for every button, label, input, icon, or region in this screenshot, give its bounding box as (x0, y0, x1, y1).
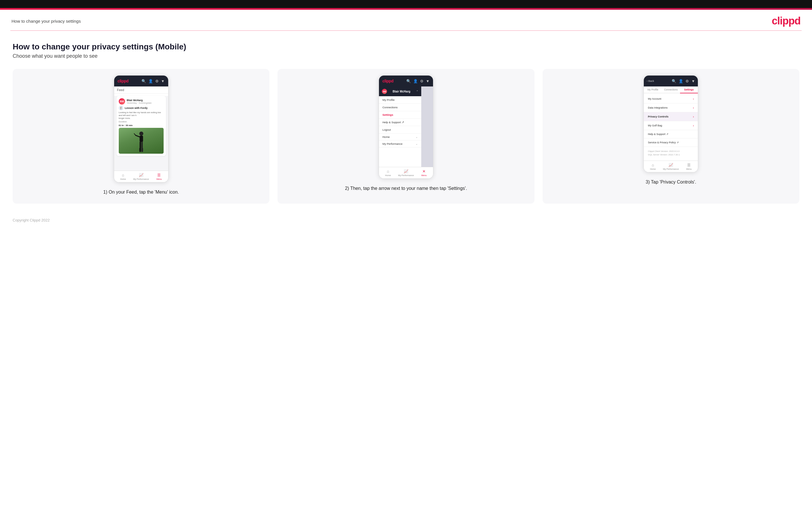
user-icon-3: 👤 (678, 79, 683, 83)
settings-item-integrations[interactable]: Data Integrations › (644, 103, 698, 112)
phone-mockup-1: clippd 🔍 👤 ⚙ ▼ Feed BM (114, 75, 168, 182)
settings-item-account[interactable]: My Account › (644, 95, 698, 103)
menu-user-avatar: BM (382, 89, 387, 94)
settings-version: Clippd Client Version: 2022.8.3-3 GQL Se… (644, 147, 698, 159)
home-icon-2: ⌂ (387, 169, 389, 173)
author-sub: Yesterday · Sunningdale (127, 102, 152, 104)
svg-point-0 (139, 131, 143, 135)
home-icon-3: ⌂ (652, 163, 654, 167)
user-icon-2: 👤 (413, 79, 418, 83)
phone-logo-2: clippd (383, 79, 393, 83)
phone-logo-1: clippd (117, 79, 129, 83)
lesson-desc: Looking to feel like my hands are exitin… (119, 111, 164, 119)
settings-icon-1: ⚙ (155, 79, 159, 83)
home-icon-1: ⌂ (122, 173, 124, 177)
phone-nav-2: clippd 🔍 👤 ⚙ ▼ (379, 75, 433, 87)
header-divider (10, 31, 802, 31)
caret-icon-1: ▼ (161, 79, 165, 83)
menu-user-name: Blair McHarg (393, 90, 410, 93)
page-subheading: Choose what you want people to see (13, 53, 799, 59)
settings-item-privacy-policy[interactable]: Service & Privacy Policy ↗ (644, 138, 698, 147)
main-content: How to change your privacy settings (Mob… (0, 31, 812, 212)
menu-section-performance: My Performance ⌄ (379, 140, 421, 147)
tab-performance-2[interactable]: 📈 My Performance (397, 167, 415, 178)
settings-item-privacy[interactable]: Privacy Controls › (644, 112, 698, 121)
footer: Copyright Clippd 2022 (0, 212, 812, 228)
step-card-1: clippd 🔍 👤 ⚙ ▼ Feed BM (13, 69, 269, 204)
chart-icon-2: 📈 (404, 169, 408, 173)
menu-item-connections[interactable]: Connections (379, 104, 421, 111)
phone-nav-icons-1: 🔍 👤 ⚙ ▼ (142, 79, 165, 83)
menu-item-profile[interactable]: My Profile (379, 96, 421, 104)
phone-menu-overlay: BM Blair McHarg ⌃ My Profile Connections… (379, 87, 433, 167)
svg-line-3 (134, 133, 136, 135)
author-name: Blair McHarg (127, 99, 152, 102)
menu-item-settings[interactable]: Settings (379, 111, 421, 119)
menu-user-row[interactable]: BM Blair McHarg ⌃ (379, 87, 421, 96)
phone-mockup-3: ‹ Back 🔍 👤 ⚙ ▼ My Profile Connections Se… (644, 75, 698, 172)
settings-icon-2: ⚙ (420, 79, 423, 83)
copyright: Copyright Clippd 2022 (13, 218, 50, 222)
top-bar (0, 0, 812, 8)
lesson-title: Lesson with Fordy (125, 107, 148, 109)
step-caption-3: 3) Tap 'Privacy Controls'. (646, 179, 696, 185)
menu-section-home: Home ⌄ (379, 133, 421, 140)
close-icon-2: ✕ (422, 169, 425, 173)
step-card-2: clippd 🔍 👤 ⚙ ▼ (277, 69, 534, 204)
menu-item-logout[interactable]: Logout (379, 126, 421, 133)
settings-item-help[interactable]: Help & Support ↗ (644, 130, 698, 138)
tab-connections[interactable]: Connections (662, 87, 680, 93)
phone-menu-panel: BM Blair McHarg ⌃ My Profile Connections… (379, 87, 421, 167)
phone-bottom-bar-1: ⌂ Home 📈 My Performance ☰ Menu (114, 171, 168, 182)
step-card-3: ‹ Back 🔍 👤 ⚙ ▼ My Profile Connections Se… (543, 69, 799, 204)
settings-icon-3: ⚙ (686, 79, 689, 83)
user-icon-1: 👤 (148, 79, 153, 83)
tab-settings-active[interactable]: Settings (680, 87, 698, 93)
menu-icon-3: ☰ (687, 163, 691, 167)
step-caption-2: 2) Then, tap the arrow next to your name… (345, 185, 467, 192)
tab-my-profile[interactable]: My Profile (644, 87, 662, 93)
svg-rect-7 (141, 148, 143, 152)
search-icon-1: 🔍 (142, 79, 146, 83)
chevron-privacy: › (693, 115, 694, 118)
phone-bottom-bar-2: ⌂ Home 📈 My Performance ✕ Menu (379, 167, 433, 178)
tab-home-2[interactable]: ⌂ Home (379, 167, 397, 178)
chevron-integrations: › (693, 106, 694, 109)
menu-item-help[interactable]: Help & Support ↗ (379, 119, 421, 126)
steps-row: clippd 🔍 👤 ⚙ ▼ Feed BM (13, 69, 799, 204)
phone-bottom-bar-3: ⌂ Home 📈 My Performance ☰ Menu (644, 161, 698, 172)
chevron-account: › (693, 97, 694, 101)
menu-chevron-up: ⌃ (416, 90, 418, 93)
chevron-golf-bag: › (693, 124, 694, 127)
post-card: BM Blair McHarg Yesterday · Sunningdale … (116, 96, 166, 156)
svg-rect-5 (141, 142, 143, 149)
svg-rect-1 (140, 135, 143, 142)
caret-icon-2: ▼ (426, 79, 429, 83)
phone-mockup-2: clippd 🔍 👤 ⚙ ▼ (379, 75, 433, 179)
page-heading: How to change your privacy settings (Mob… (13, 42, 799, 51)
tab-home-3[interactable]: ⌂ Home (644, 161, 662, 172)
svg-rect-6 (139, 148, 141, 152)
tab-menu-3[interactable]: ☰ Menu (680, 161, 698, 172)
phone-body-1: BM Blair McHarg Yesterday · Sunningdale … (114, 96, 168, 171)
chart-icon-3: 📈 (668, 163, 673, 167)
search-icon-3: 🔍 (672, 79, 676, 83)
avatar-1: BM (119, 98, 125, 105)
settings-header: ‹ Back 🔍 👤 ⚙ ▼ (644, 75, 698, 87)
menu-icon-1: ☰ (157, 173, 161, 177)
tab-menu-1[interactable]: ☰ Menu (150, 171, 168, 182)
back-button[interactable]: ‹ Back (647, 79, 654, 82)
phone-body-2: BM Blair McHarg ⌃ My Profile Connections… (379, 87, 433, 178)
settings-nav-icons: 🔍 👤 ⚙ ▼ (672, 79, 695, 83)
chart-icon-1: 📈 (139, 173, 144, 177)
tab-home-1[interactable]: ⌂ Home (114, 171, 132, 182)
feed-bar: Feed (114, 87, 168, 94)
chevron-down-home: ⌄ (415, 135, 418, 138)
tab-menu-2[interactable]: ✕ Menu (415, 167, 433, 178)
golfer-svg (133, 131, 149, 154)
settings-item-golf-bag[interactable]: My Golf Bag › (644, 121, 698, 130)
post-image (119, 128, 164, 154)
overlay-bg (421, 87, 433, 167)
tab-performance-1[interactable]: 📈 My Performance (132, 171, 150, 182)
tab-performance-3[interactable]: 📈 My Performance (662, 161, 680, 172)
